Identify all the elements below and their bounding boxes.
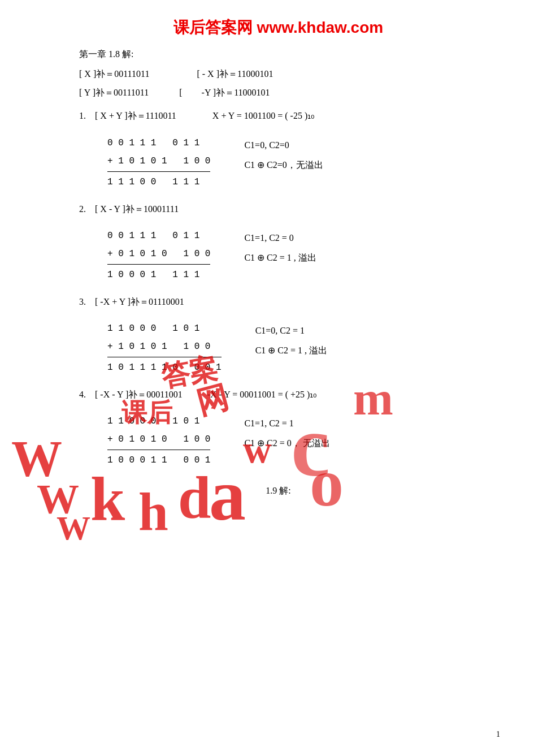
x-comp: [ X ]补＝00111011 [79,69,149,79]
page: 课后答案网 www.khdaw.com 第一章 1.8 解: [ X ]补＝00… [0,0,534,756]
problem-4: 4. [ -X - Y ]补＝00011001 -X - Y = 0001100… [79,387,477,474]
p2-carry: C1=1, C2 = 0 C1 ⊕ C2 = 1 , 溢出 [244,222,316,288]
p1-label: [ X + Y ]补＝1110011 [95,111,176,120]
neg-y-comp: -Y ]补＝11000101 [202,88,270,97]
x-complement-row: [ X ]补＝00111011 [ - X ]补＝11000101 [79,66,477,81]
p3-carry: C1=0, C2 = 1 C1 ⊕ C2 = 1 , 溢出 [255,315,327,381]
p3-number: 3. [79,297,93,306]
y-complement-row: [ Y ]补＝00111011 [ -Y ]补＝11000101 [79,85,477,100]
p3-divider [107,357,222,357]
p1-block: 0 0 1 1 1 0 1 1 + 1 0 1 0 1 1 0 0 1 1 1 … [79,129,477,196]
p4-addition: 1 1 0 0 0 1 0 1 + 0 1 0 1 0 1 0 0 1 0 0 … [107,412,210,469]
p4-row1: 1 1 0 0 0 1 0 1 [107,412,210,430]
p3-label: [ -X + Y ]补＝01110001 [95,297,184,306]
p2-label: [ X - Y ]补＝10001111 [95,204,179,214]
p1-row2: + 1 0 1 0 1 1 0 0 [107,152,210,170]
wm-w-med: W [37,475,79,524]
p2-label-row: 2. [ X - Y ]补＝10001111 [79,201,477,217]
wm-w-small: W [57,509,90,548]
neg-y-bracket: [ [179,88,182,97]
p3-carry1: C1=0, C2 = 1 [255,321,327,340]
p1-label-row: 1. [ X + Y ]补＝1110011 X + Y = 1001100 = … [79,108,477,123]
problem-1: 1. [ X + Y ]补＝1110011 X + Y = 1001100 = … [79,108,477,195]
y-comp: [ Y ]补＝00111011 [79,88,149,97]
p4-divider [107,450,210,450]
p2-row3: 1 0 0 0 1 1 1 1 [107,266,210,284]
p3-carry2: C1 ⊕ C2 = 1 , 溢出 [255,340,327,360]
p2-row2: + 0 1 0 1 0 1 0 0 [107,245,210,263]
problem-2: 2. [ X - Y ]补＝10001111 0 0 1 1 1 0 1 1 +… [79,201,477,288]
p2-addition: 0 0 1 1 1 0 1 1 + 0 1 0 1 0 1 0 0 1 0 0 … [107,227,210,284]
p3-row2: + 1 0 1 0 1 1 0 0 [107,338,222,356]
p2-row1: 0 0 1 1 1 0 1 1 [107,227,210,245]
p4-number: 4. [79,390,93,399]
wm-d: d [178,464,211,532]
p4-label: [ -X - Y ]补＝00011001 [95,390,183,399]
p2-carry2: C1 ⊕ C2 = 1 , 溢出 [244,248,316,267]
p2-number: 2. [79,204,93,214]
p3-row1: 1 1 0 0 0 1 0 1 [107,319,222,338]
p2-block: 0 0 1 1 1 0 1 1 + 0 1 0 1 0 1 0 0 1 0 0 … [79,222,477,288]
p2-carry1: C1=1, C2 = 0 [244,228,316,248]
p3-addition: 1 1 0 0 0 1 0 1 + 1 0 1 0 1 1 0 0 1 0 1 … [107,319,222,377]
p1-row3: 1 1 1 0 0 1 1 1 [107,173,210,191]
p3-label-row: 3. [ -X + Y ]补＝01110001 [79,294,477,309]
p1-result: X + Y = 1001100 = ( -25 )₁₀ [212,111,314,120]
p3-block: 1 1 0 0 0 1 0 1 + 1 0 1 0 1 1 0 0 1 0 1 … [79,315,477,381]
p4-block: 1 1 0 0 0 1 0 1 + 0 1 0 1 0 1 0 0 1 0 0 … [79,408,477,474]
p4-carry2: C1 ⊕ C2 = 0， 无溢出 [244,433,329,453]
page-number: 1 [496,730,500,739]
section-title: 第一章 1.8 解: [79,49,477,61]
p1-divider [107,171,210,172]
p2-divider [107,264,210,265]
p4-row3: 1 0 0 0 1 1 0 0 1 [107,451,210,469]
p1-row1: 0 0 1 1 1 0 1 1 [107,134,210,152]
p1-addition: 0 0 1 1 1 0 1 1 + 1 0 1 0 1 1 0 0 1 1 1 … [107,134,210,191]
site-header: 课后答案网 www.khdaw.com [79,17,477,38]
p4-carry: C1=1, C2 = 1 C1 ⊕ C2 = 0， 无溢出 [244,408,329,474]
p4-carry1: C1=1, C2 = 1 [244,413,329,433]
wm-w-large: W [11,430,62,488]
p1-carry: C1=0, C2=0 C1 ⊕ C2=0，无溢出 [244,129,323,196]
problem-3: 3. [ -X + Y ]补＝01110001 1 1 0 0 0 1 0 1 … [79,294,477,381]
p4-label-row: 4. [ -X - Y ]补＝00011001 -X - Y = 0001100… [79,387,477,402]
p4-result: -X - Y = 00011001 = ( +25 )₁₀ [207,390,317,399]
p3-row3: 1 0 1 1 1 1 0 0 0 1 [107,358,222,377]
neg-x-comp: [ - X ]补＝11000101 [197,69,273,79]
p1-carry2: C1 ⊕ C2=0，无溢出 [244,155,323,175]
next-section: 1.9 解: [79,485,477,497]
wm-k: k [90,464,125,535]
p4-row2: + 0 1 0 1 0 1 0 0 [107,430,210,448]
p1-carry1: C1=0, C2=0 [244,135,323,155]
p1-number: 1. [79,111,93,120]
